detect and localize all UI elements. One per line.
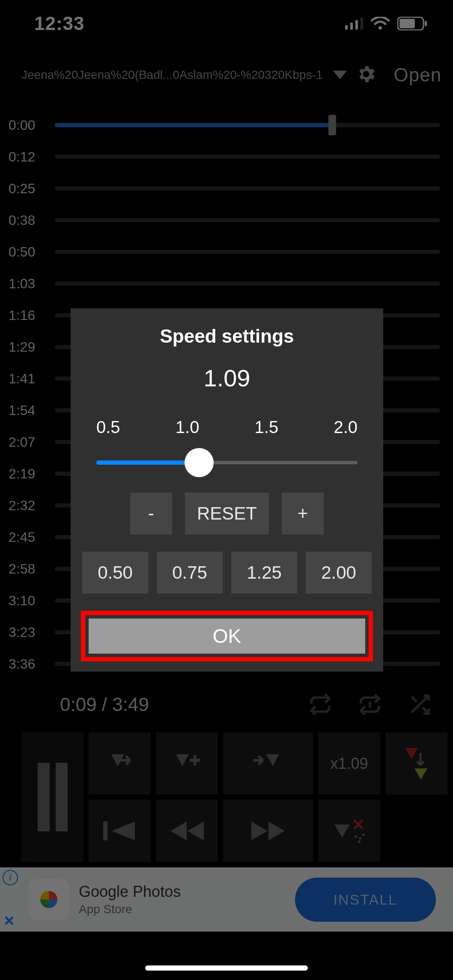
previous-track-button[interactable]	[89, 800, 151, 862]
svg-point-24	[358, 840, 361, 843]
shuffle-icon[interactable]	[408, 693, 432, 717]
timeline-label: 3:23	[0, 624, 55, 640]
ad-subtitle: App Store	[79, 902, 181, 916]
google-photos-icon	[35, 886, 63, 913]
svg-marker-17	[188, 822, 204, 840]
svg-marker-9	[266, 754, 279, 766]
speed-settings-dialog: Speed settings 1.09 0.5 1.0 1.5 2.0 - RE…	[71, 308, 383, 672]
svg-marker-12	[405, 748, 418, 759]
timeline-label: 1:03	[0, 276, 55, 292]
home-indicator	[145, 965, 308, 971]
player-panel: 0:09 / 3:49	[0, 681, 453, 862]
svg-rect-0	[345, 25, 348, 30]
timeline-slider[interactable]	[55, 218, 440, 222]
mark-add-button[interactable]	[156, 732, 218, 795]
timeline-fill	[55, 123, 332, 127]
timeline-label: 2:45	[0, 529, 55, 545]
triangle-x-icon	[330, 816, 369, 846]
timeline-slider[interactable]	[55, 155, 440, 159]
tick-2: 1.5	[255, 418, 279, 437]
svg-rect-6	[399, 19, 415, 28]
triangle-plus-icon	[170, 751, 204, 777]
speed-slider[interactable]	[96, 450, 358, 475]
mark-in-button[interactable]	[89, 732, 151, 795]
timeline-row: 0:25	[0, 173, 440, 204]
svg-marker-20	[334, 825, 350, 837]
preset-3[interactable]: 2.00	[306, 552, 372, 594]
wifi-icon	[371, 17, 390, 30]
timeline-label: 0:50	[0, 244, 55, 260]
speed-button[interactable]: x1.09	[318, 732, 380, 795]
timeline-label: 0:38	[0, 212, 55, 228]
gear-icon	[355, 63, 377, 85]
timeline-label: 2:07	[0, 434, 55, 450]
timeline-slider[interactable]	[55, 250, 440, 254]
svg-marker-8	[176, 754, 189, 766]
svg-rect-1	[350, 23, 353, 30]
tick-1: 1.0	[176, 418, 200, 437]
speed-minus-button[interactable]: -	[130, 493, 172, 535]
timeline-slider[interactable]	[55, 281, 440, 286]
open-button[interactable]: Open	[394, 64, 442, 86]
ab-color-button[interactable]	[385, 732, 447, 795]
timeline-row: 0:38	[0, 204, 440, 236]
triangle-left-arrow-icon	[103, 751, 137, 777]
preset-1[interactable]: 0.75	[157, 552, 223, 594]
svg-rect-11	[56, 763, 68, 831]
filter-clear-button[interactable]	[318, 800, 380, 862]
track-title[interactable]: Jeena%20Jeena%20(Badl...0Aslam%20-%20320…	[21, 68, 323, 82]
svg-marker-16	[170, 822, 187, 840]
fast-forward-button[interactable]	[223, 800, 313, 862]
tick-3: 2.0	[334, 418, 358, 437]
pause-icon	[29, 763, 76, 831]
repeat-one-icon[interactable]	[358, 693, 382, 717]
mark-out-button[interactable]	[223, 732, 313, 795]
settings-button[interactable]	[355, 63, 377, 87]
app-header: Jeena%20Jeena%20(Badl...0Aslam%20-%20320…	[0, 56, 453, 94]
timeline-label: 3:10	[0, 593, 55, 609]
battery-icon	[397, 17, 427, 30]
ad-banner: i ✕ Google Photos App Store INSTALL	[0, 867, 453, 932]
ok-highlight: OK	[81, 611, 373, 661]
timeline-label: 0:12	[0, 149, 55, 165]
timeline-label: 1:41	[0, 371, 55, 387]
svg-rect-5	[425, 21, 427, 26]
svg-rect-10	[38, 763, 50, 831]
timeline-slider[interactable]	[55, 186, 440, 191]
ad-info-icon[interactable]: i	[3, 870, 18, 885]
ad-app-icon[interactable]	[28, 879, 69, 920]
slider-thumb[interactable]	[185, 448, 214, 477]
ab-color-icon	[397, 744, 436, 783]
timeline-row: 1:03	[0, 268, 440, 299]
clock: 12:33	[34, 13, 85, 34]
speed-plus-button[interactable]: +	[282, 493, 324, 535]
svg-point-23	[362, 834, 365, 836]
ad-text: Google Photos App Store	[79, 883, 181, 916]
timeline-label: 2:58	[0, 561, 55, 577]
svg-point-21	[355, 835, 357, 838]
repeat-icon[interactable]	[308, 693, 332, 717]
ad-install-button[interactable]: INSTALL	[295, 878, 436, 922]
status-bar: 12:33	[0, 0, 453, 47]
play-pause-button[interactable]	[21, 732, 83, 862]
rewind-icon	[168, 818, 206, 844]
timeline-label: 2:19	[0, 466, 55, 482]
timeline-thumb[interactable]	[328, 115, 336, 135]
ok-button[interactable]: OK	[89, 618, 365, 654]
rewind-button[interactable]	[156, 800, 218, 862]
timeline-row: 0:50	[0, 236, 440, 268]
ad-close-icon[interactable]: ✕	[3, 913, 15, 929]
preset-2[interactable]: 1.25	[231, 552, 297, 594]
svg-point-22	[359, 837, 361, 840]
skip-previous-icon	[101, 818, 139, 844]
status-right-icons	[345, 17, 427, 30]
timeline-slider[interactable]	[55, 123, 440, 127]
chevron-down-icon[interactable]	[333, 71, 347, 79]
timeline-label: 1:29	[0, 339, 55, 355]
svg-rect-2	[355, 20, 358, 30]
speed-reset-button[interactable]: RESET	[185, 493, 269, 535]
timeline-label: 2:32	[0, 498, 55, 514]
preset-0[interactable]: 0.50	[82, 552, 148, 594]
timeline-label: 3:36	[0, 656, 55, 672]
timeline-label: 1:16	[0, 308, 55, 323]
